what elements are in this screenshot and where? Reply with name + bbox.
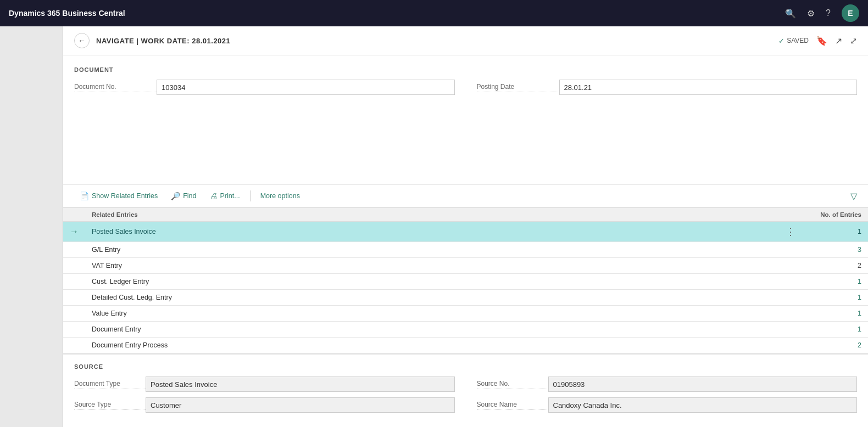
row-arrow-cell bbox=[63, 258, 85, 274]
row-arrow-cell bbox=[63, 274, 85, 290]
expand-button[interactable]: ⤢ bbox=[850, 36, 857, 46]
document-section-label: DOCUMENT bbox=[74, 66, 857, 73]
related-entries-table: Related Entries No. of Entries →Posted S… bbox=[63, 208, 868, 353]
find-icon: 🔎 bbox=[171, 192, 180, 200]
source-no-label: Source No. bbox=[477, 380, 548, 389]
entry-name-cell: Document Entry Process bbox=[85, 338, 779, 353]
layout: ← NAVIGATE | WORK DATE: 28.01.2021 ✓ SAV… bbox=[0, 26, 868, 427]
table-row[interactable]: G/L Entry3 bbox=[63, 242, 868, 258]
row-arrow-cell bbox=[63, 322, 85, 338]
col-arrow bbox=[63, 208, 85, 222]
source-row-2: Source Type Source Name bbox=[74, 397, 857, 413]
source-name-input[interactable] bbox=[548, 397, 858, 413]
help-icon[interactable]: ? bbox=[826, 8, 831, 18]
avatar[interactable]: E bbox=[842, 4, 859, 22]
entry-name-cell: Document Entry bbox=[85, 322, 779, 338]
table-row[interactable]: Document Entry Process2 bbox=[63, 338, 868, 353]
doc-type-field: Document Type bbox=[74, 377, 455, 392]
posting-date-input[interactable] bbox=[559, 80, 858, 95]
row-dots-cell bbox=[779, 274, 802, 290]
row-dots-cell[interactable]: ⋮ bbox=[779, 222, 802, 242]
entry-name-cell: Posted Sales Invoice bbox=[85, 222, 779, 242]
print-button[interactable]: 🖨 Print... bbox=[204, 189, 246, 203]
row-arrow-cell: → bbox=[63, 222, 85, 242]
filter-icon[interactable]: ▽ bbox=[850, 191, 857, 201]
col-no-of-entries: No. of Entries bbox=[802, 208, 868, 222]
more-options-button[interactable]: More options bbox=[255, 190, 305, 202]
saved-label-text: SAVED bbox=[787, 37, 809, 44]
source-name-field: Source Name bbox=[477, 397, 858, 413]
row-dots-cell bbox=[779, 290, 802, 306]
source-row-1: Document Type Source No. bbox=[74, 377, 857, 392]
entry-count-cell[interactable]: 1 bbox=[802, 306, 868, 322]
bookmark-button[interactable]: 🔖 bbox=[816, 36, 827, 46]
table-row[interactable]: Cust. Ledger Entry1 bbox=[63, 274, 868, 290]
source-type-field: Source Type bbox=[74, 397, 455, 413]
row-arrow-cell bbox=[63, 306, 85, 322]
share-button[interactable]: ↗ bbox=[835, 36, 842, 46]
saved-status: ✓ SAVED bbox=[778, 37, 809, 45]
posting-date-label: Posting Date bbox=[477, 83, 559, 92]
doc-no-input[interactable] bbox=[157, 80, 455, 95]
entry-name-cell: Detailed Cust. Ledg. Entry bbox=[85, 290, 779, 306]
entry-count-cell[interactable]: 2 bbox=[802, 338, 868, 353]
source-section: SOURCE Document Type Source No. Source T… bbox=[63, 353, 868, 427]
more-options-icon[interactable]: ⋮ bbox=[786, 226, 795, 237]
row-dots-cell bbox=[779, 338, 802, 353]
doc-no-label: Document No. bbox=[74, 83, 157, 92]
show-related-button[interactable]: 📄 Show Related Entries bbox=[74, 189, 163, 203]
entry-name-cell: Cust. Ledger Entry bbox=[85, 274, 779, 290]
entry-count-cell[interactable]: 1 bbox=[802, 222, 868, 242]
find-button[interactable]: 🔎 Find bbox=[165, 189, 202, 203]
table-container: Related Entries No. of Entries →Posted S… bbox=[63, 207, 868, 353]
row-dots-cell bbox=[779, 322, 802, 338]
related-entries-icon: 📄 bbox=[80, 192, 89, 200]
page-title: NAVIGATE | WORK DATE: 28.01.2021 bbox=[96, 37, 778, 45]
show-related-label: Show Related Entries bbox=[92, 192, 158, 200]
row-arrow-cell bbox=[63, 290, 85, 306]
source-section-label: SOURCE bbox=[74, 363, 857, 370]
table-row[interactable]: Value Entry1 bbox=[63, 306, 868, 322]
table-row[interactable]: →Posted Sales Invoice⋮1 bbox=[63, 222, 868, 242]
page-header: ← NAVIGATE | WORK DATE: 28.01.2021 ✓ SAV… bbox=[63, 26, 868, 55]
entry-name-cell: Value Entry bbox=[85, 306, 779, 322]
table-header-row: Related Entries No. of Entries bbox=[63, 208, 868, 222]
entry-count-cell[interactable]: 2 bbox=[802, 258, 868, 274]
document-section: DOCUMENT Document No. Posting Date bbox=[63, 55, 868, 184]
entry-count-cell[interactable]: 3 bbox=[802, 242, 868, 258]
doc-type-input[interactable] bbox=[146, 377, 455, 392]
doc-no-field: Document No. bbox=[74, 80, 455, 95]
topbar: Dynamics 365 Business Central 🔍 ⚙ ? E bbox=[0, 0, 868, 26]
app-title: Dynamics 365 Business Central bbox=[9, 9, 785, 18]
source-no-input[interactable] bbox=[548, 377, 858, 392]
col-related-entries: Related Entries bbox=[85, 208, 779, 222]
row-arrow-cell bbox=[63, 338, 85, 353]
main-content: ← NAVIGATE | WORK DATE: 28.01.2021 ✓ SAV… bbox=[63, 26, 868, 427]
back-button[interactable]: ← bbox=[74, 33, 90, 48]
source-type-label: Source Type bbox=[74, 401, 146, 410]
check-icon: ✓ bbox=[778, 37, 784, 45]
source-no-field: Source No. bbox=[477, 377, 858, 392]
toolbar-divider bbox=[250, 190, 251, 201]
print-icon: 🖨 bbox=[210, 192, 218, 200]
entry-count-cell[interactable]: 1 bbox=[802, 290, 868, 306]
document-form-row: Document No. Posting Date bbox=[74, 80, 857, 95]
table-row[interactable]: Detailed Cust. Ledg. Entry1 bbox=[63, 290, 868, 306]
entry-name-cell: G/L Entry bbox=[85, 242, 779, 258]
row-arrow-cell bbox=[63, 242, 85, 258]
table-row[interactable]: Document Entry1 bbox=[63, 322, 868, 338]
source-type-input[interactable] bbox=[146, 397, 455, 413]
entry-count-cell[interactable]: 1 bbox=[802, 322, 868, 338]
settings-icon[interactable]: ⚙ bbox=[807, 8, 815, 19]
posting-date-field: Posting Date bbox=[477, 80, 858, 95]
source-name-label: Source Name bbox=[477, 401, 548, 410]
sidebar bbox=[0, 26, 63, 427]
find-label: Find bbox=[183, 192, 196, 200]
table-row[interactable]: VAT Entry2 bbox=[63, 258, 868, 274]
row-dots-cell bbox=[779, 242, 802, 258]
row-dots-cell bbox=[779, 258, 802, 274]
search-icon[interactable]: 🔍 bbox=[785, 8, 796, 19]
arrow-icon: → bbox=[70, 227, 79, 236]
entry-count-cell[interactable]: 1 bbox=[802, 274, 868, 290]
topbar-icons: 🔍 ⚙ ? E bbox=[785, 4, 859, 22]
